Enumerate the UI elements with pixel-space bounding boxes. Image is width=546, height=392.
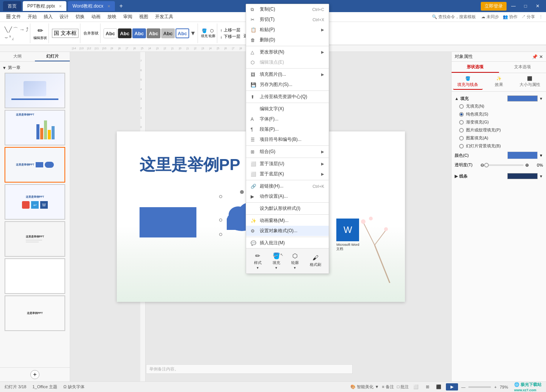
rp-tab-text[interactable]: 文本选项 (499, 62, 546, 73)
style-blue[interactable]: Abc (132, 28, 146, 38)
tab-home[interactable]: 首页 (3, 1, 21, 11)
cm-bring-top[interactable]: ⬜ 置于顶层(U) ▶ (246, 159, 329, 169)
radio-slide-bg[interactable] (459, 144, 464, 148)
tab-ppt-close[interactable]: ✕ (59, 4, 62, 8)
radio-gradient[interactable] (459, 120, 464, 125)
maximize-button[interactable]: □ (520, 2, 531, 10)
login-button[interactable]: 立即登录 (481, 2, 507, 11)
menu-file[interactable]: ☰ 文件 (3, 12, 24, 21)
sidebar-tab-slides[interactable]: 幻灯片 (35, 52, 70, 61)
menu-start[interactable]: 开始 (25, 12, 40, 21)
cm-set-default[interactable]: 设为默认形状样式(I) (246, 203, 329, 214)
move-down-btn[interactable]: ↓下移一层 (220, 34, 241, 39)
cm-fill-btn[interactable]: 🪣 填充 ▼ (270, 251, 283, 271)
fill-opt-image[interactable]: 图片或纹理填充(P) (459, 126, 543, 134)
slide-thumb-2[interactable]: 这里是举例PPT (5, 110, 65, 145)
fill-color-bar[interactable] (507, 95, 538, 102)
color-swatch[interactable] (507, 151, 538, 159)
style-dark[interactable]: Abc (118, 28, 132, 38)
textbox-btn[interactable]: 国 文本框 (52, 29, 78, 38)
slide-item-2[interactable]: 2 这里是举例PPT (2, 110, 68, 145)
rp-pin-btn[interactable]: 📌 (532, 54, 538, 59)
shape-arrow[interactable]: → (19, 27, 25, 33)
tab-word-close[interactable]: ✕ (107, 4, 110, 8)
tab-ppt[interactable]: PPT教程.pptx ✕ (23, 1, 66, 11)
opacity-slider[interactable] (486, 164, 524, 166)
cm-save-image[interactable]: 💾 另存为图片(S)... (246, 80, 329, 90)
slide-item-3[interactable]: 3 这里是举例PPT (2, 147, 68, 183)
notes-toggle-btn[interactable]: ≡ 备注 (382, 384, 394, 390)
view-normal-btn[interactable]: ⬜ (412, 383, 420, 391)
shape-special[interactable]: ⁁ (12, 34, 14, 41)
line-section-header[interactable]: ▶ 线条 ▼ (455, 172, 543, 180)
fill-opt-none[interactable]: 无填充(N) (459, 102, 543, 110)
slide-item-7[interactable]: 7 这是举例PPT (2, 295, 68, 331)
shape-curve2[interactable]: ⌣ (5, 34, 8, 41)
merge-btn[interactable]: 合并形状 (83, 31, 99, 36)
cm-cut[interactable]: ✂ 剪切(T) Ctrl+X (246, 14, 329, 25)
fill-btn[interactable]: 🪣 填充 (201, 28, 208, 39)
slide-thumb-1[interactable] (5, 73, 65, 108)
line-color-bar[interactable] (507, 173, 538, 179)
style-lgray[interactable]: Abc (161, 28, 175, 38)
line-dropdown-icon[interactable]: ▼ (539, 174, 543, 178)
cm-paste[interactable]: 📋 粘贴(P) ▶ (246, 25, 329, 35)
rp-tab-shape[interactable]: 形状选项 (452, 62, 499, 73)
sidebar-tab-outline[interactable]: 大纲 (0, 52, 35, 61)
cm-style-btn[interactable]: ✏ 样式 ▼ (251, 251, 265, 271)
cm-font[interactable]: A 字体(F)... (246, 114, 329, 124)
shape-line1[interactable]: ╲ (5, 27, 8, 33)
slide-item-6[interactable]: 6 (2, 258, 68, 294)
rotate-handle[interactable] (240, 190, 244, 194)
rp-subtab-size[interactable]: ⬛ 大小与属性 (515, 75, 544, 90)
fill-section-header[interactable]: ▲ 填充 ▼ (455, 95, 543, 102)
radio-none[interactable] (459, 104, 464, 109)
menu-view[interactable]: 视图 (136, 12, 151, 21)
shape-free[interactable]: ˢ (9, 34, 11, 41)
menu-review[interactable]: 审阅 (120, 12, 135, 21)
play-btn[interactable]: ▶ (446, 383, 458, 390)
tab-word[interactable]: Word教程.docx ✕ (68, 1, 115, 11)
collab-btn[interactable]: 👥 协作 (503, 14, 518, 20)
fill-dropdown-icon[interactable]: ▼ (539, 97, 543, 101)
slide-thumb-5[interactable]: 这里是举例PPT (5, 221, 65, 257)
slide-thumb-3[interactable]: 这里是举例PPT (5, 147, 65, 183)
new-tab-button[interactable]: + (116, 1, 126, 11)
cm-upload[interactable]: ⬆ 上传至稿壳资源中心(Q) (246, 92, 329, 102)
cm-group[interactable]: ⊞ 组合(G) ▶ (246, 147, 329, 157)
slide-item-4[interactable]: 4 这里是举例PPT ↩ W (2, 184, 68, 220)
cm-format-brush-btn[interactable]: 🖌 格式刷 (307, 253, 324, 269)
color-dropdown-icon[interactable]: ▼ (539, 153, 543, 158)
share-btn[interactable]: ↗ 分享 (521, 14, 535, 20)
cm-hyperlink[interactable]: 🔗 超链接(H)... Ctrl+K (246, 181, 329, 191)
fill-opt-slide-bg[interactable]: 幻灯片背景填充(B) (459, 142, 543, 150)
cm-fill-image[interactable]: 🖼 填充图片(I)... ▶ (246, 69, 329, 80)
slide-item-1[interactable]: 1 ★ (2, 73, 68, 108)
menu-animation[interactable]: 动画 (88, 12, 104, 21)
slide-rectangle[interactable] (140, 207, 196, 237)
search-bar[interactable]: 🔍 查找命令，搜索模板 (432, 14, 476, 20)
cm-action[interactable]: ▶ 动作设置(A)... (246, 191, 329, 201)
cm-send-bottom[interactable]: ⬜ 置于底层(K) ▶ (246, 169, 329, 179)
opacity-minus-btn[interactable]: ⊖ (480, 162, 484, 168)
rp-close-btn[interactable]: ✕ (539, 54, 543, 59)
cm-format-obj[interactable]: ⚙ 设置对象格式(O)... (246, 226, 329, 236)
view-grid-btn[interactable]: ⊞ (423, 383, 431, 391)
shape-arrow2[interactable]: ⤴ (26, 27, 28, 33)
move-up-btn[interactable]: ↑上移一层 (220, 27, 241, 33)
radio-solid[interactable] (459, 112, 464, 117)
fill-opt-solid[interactable]: 纯色填充(S) (459, 110, 543, 118)
fill-opt-gradient[interactable]: 渐变填充(G) (459, 118, 543, 126)
view-reader-btn[interactable]: ⬛ (435, 383, 443, 391)
slide-thumb-4[interactable]: 这里是举例PPT ↩ W (5, 184, 65, 220)
styles-more[interactable]: ▼ (190, 30, 196, 37)
menu-dev[interactable]: 开发工具 (152, 12, 176, 21)
cm-edit-text[interactable]: 编辑文字(X) (246, 104, 329, 114)
zoom-in-btn[interactable]: + (494, 385, 496, 389)
cm-outline-btn[interactable]: ⬡ 轮廓 ▼ (288, 251, 302, 271)
smart-beautify-btn[interactable]: 🎨 智能美化 ▼ (350, 384, 379, 390)
close-button[interactable]: ✕ (532, 2, 543, 10)
shape-line2[interactable]: ╱ (9, 27, 12, 33)
cm-comment[interactable]: 💬 插入批注(M) (246, 238, 329, 248)
edit-shape-btn[interactable]: ✏ 编辑形状 (33, 27, 47, 41)
